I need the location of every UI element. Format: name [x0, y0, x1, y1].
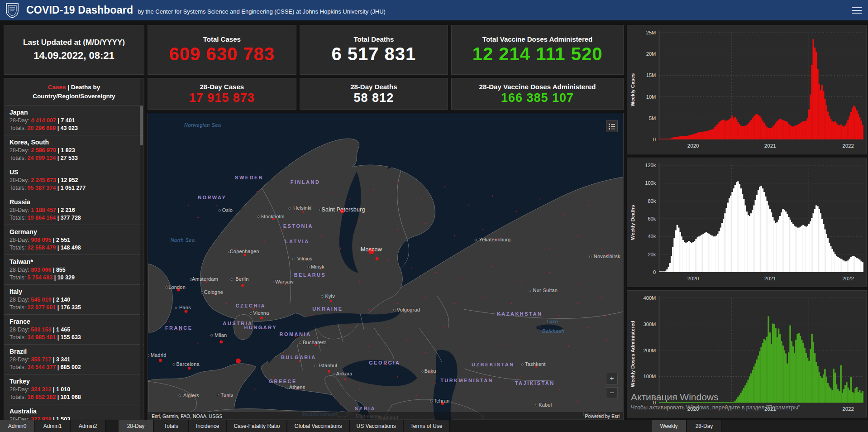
outbreak-dot[interactable]	[264, 241, 265, 242]
outbreak-dot[interactable]	[516, 211, 517, 211]
country-row[interactable]: Brazil28-Day: 355 717 | 3 341Totals: 34 …	[4, 344, 144, 374]
outbreak-dot[interactable]	[421, 198, 422, 199]
outbreak-dot[interactable]	[463, 395, 464, 396]
map-zoom-in-button[interactable]: +	[606, 373, 618, 384]
outbreak-dot[interactable]	[219, 341, 223, 344]
outbreak-dot[interactable]	[416, 395, 417, 396]
outbreak-dot[interactable]	[273, 376, 274, 377]
outbreak-dot[interactable]	[311, 315, 312, 316]
outbreak-dot[interactable]	[328, 370, 330, 373]
outbreak-dot[interactable]	[321, 235, 322, 236]
tab-admin0[interactable]: Admin0	[0, 420, 35, 432]
outbreak-dot[interactable]	[397, 182, 398, 182]
country-row[interactable]: US28-Day: 2 245 673 | 12 952Totals: 95 3…	[4, 165, 144, 195]
tab-28-day[interactable]: 28-Day	[119, 420, 154, 432]
outbreak-dot[interactable]	[425, 223, 426, 224]
outbreak-dot[interactable]	[226, 303, 227, 304]
outbreak-dot[interactable]	[257, 191, 258, 192]
outbreak-dot[interactable]	[188, 367, 191, 370]
outbreak-dot[interactable]	[311, 205, 312, 206]
outbreak-dot[interactable]	[169, 321, 170, 322]
outbreak-dot[interactable]	[549, 272, 550, 273]
outbreak-dot[interactable]	[482, 297, 483, 298]
outbreak-dot[interactable]	[344, 379, 346, 380]
tab-chart-weekly[interactable]: Weekly	[652, 420, 687, 432]
outbreak-dot[interactable]	[340, 404, 341, 405]
country-row[interactable]: Russia28-Day: 1 188 457 | 2 216Totals: 1…	[4, 195, 144, 225]
outbreak-dot[interactable]	[373, 189, 374, 190]
country-row[interactable]: France28-Day: 533 153 | 1 465Totals: 34 …	[4, 314, 144, 344]
tab-case-fatality-ratio[interactable]: Case-Fatality Ratio	[227, 420, 287, 432]
outbreak-dot[interactable]	[501, 389, 502, 389]
outbreak-dot[interactable]	[387, 327, 388, 328]
menu-icon[interactable]	[852, 5, 862, 15]
outbreak-dot[interactable]	[435, 383, 436, 384]
outbreak-dot[interactable]	[292, 189, 293, 190]
outbreak-dot[interactable]	[444, 186, 445, 187]
outbreak-dot[interactable]	[302, 211, 304, 213]
outbreak-dot[interactable]	[387, 260, 388, 261]
outbreak-dot[interactable]	[468, 205, 469, 206]
outbreak-dot[interactable]	[216, 205, 217, 206]
outbreak-dot[interactable]	[252, 308, 254, 310]
outbreak-dot[interactable]	[236, 358, 241, 363]
outbreak-dot[interactable]	[563, 214, 564, 215]
outbreak-dot[interactable]	[577, 284, 578, 285]
outbreak-dot[interactable]	[330, 300, 332, 302]
outbreak-dot[interactable]	[425, 297, 426, 298]
outbreak-dot[interactable]	[425, 352, 426, 353]
outbreak-dot[interactable]	[606, 340, 607, 341]
outbreak-dot[interactable]	[577, 303, 578, 304]
outbreak-dot[interactable]	[368, 346, 369, 346]
outbreak-dot[interactable]	[397, 303, 398, 304]
outbreak-dot[interactable]	[539, 198, 540, 199]
outbreak-dot[interactable]	[359, 389, 360, 389]
outbreak-dot[interactable]	[601, 297, 602, 298]
country-row[interactable]: Japan28-Day: 4 414 007 | 7 401Totals: 20…	[4, 105, 144, 135]
outbreak-dot[interactable]	[283, 352, 284, 353]
sidebar-scrollbar-thumb[interactable]	[140, 106, 143, 145]
outbreak-dot[interactable]	[577, 401, 578, 402]
outbreak-dot[interactable]	[454, 303, 455, 304]
tab-incidence[interactable]: Incidence	[189, 420, 227, 432]
outbreak-dot[interactable]	[406, 340, 407, 341]
outbreak-dot[interactable]	[340, 248, 341, 249]
outbreak-dot[interactable]	[558, 389, 559, 389]
outbreak-dot[interactable]	[376, 257, 379, 260]
map-zoom-out-button[interactable]: −	[606, 387, 618, 399]
world-map[interactable]: Norwegian SeaNorth SeaMediterraneanLakeB…	[148, 113, 624, 420]
country-row[interactable]: Korea, South28-Day: 2 596 970 | 1 823Tot…	[4, 135, 144, 165]
outbreak-dot[interactable]	[188, 205, 189, 206]
outbreak-dot[interactable]	[492, 196, 493, 197]
outbreak-dot[interactable]	[159, 359, 162, 362]
outbreak-dot[interactable]	[411, 268, 412, 269]
outbreak-dot[interactable]	[197, 343, 198, 344]
outbreak-dot[interactable]	[299, 360, 300, 362]
country-row[interactable]: Italy28-Day: 545 019 | 2 140Totals: 22 0…	[4, 284, 144, 314]
outbreak-dot[interactable]	[501, 346, 502, 346]
outbreak-dot[interactable]	[435, 272, 436, 273]
outbreak-dot[interactable]	[558, 315, 559, 316]
outbreak-dot[interactable]	[587, 327, 588, 328]
outbreak-dot[interactable]	[397, 376, 398, 377]
map-legend-button[interactable]	[606, 120, 618, 132]
outbreak-dot[interactable]	[254, 389, 255, 389]
map-canvas[interactable]: Norwegian SeaNorth SeaMediterraneanLakeB…	[148, 113, 623, 420]
tab-admin1[interactable]: Admin1	[35, 420, 71, 432]
tab-chart-28-day[interactable]: 28-Day	[687, 420, 722, 432]
sidebar-scrollbar[interactable]	[140, 79, 143, 419]
country-row[interactable]: Australia28-Day: 322 958 | 1 503	[4, 404, 144, 421]
outbreak-dot[interactable]	[482, 229, 483, 230]
outbreak-dot[interactable]	[368, 309, 369, 310]
tab-admin2[interactable]: Admin2	[71, 420, 106, 432]
outbreak-dot[interactable]	[520, 376, 521, 377]
outbreak-dot[interactable]	[539, 327, 540, 328]
outbreak-dot[interactable]	[330, 192, 331, 193]
country-row[interactable]: Taiwan*28-Day: 803 066 | 855Totals: 5 75…	[4, 254, 144, 284]
outbreak-dot[interactable]	[587, 205, 588, 206]
outbreak-dot[interactable]	[596, 383, 597, 384]
outbreak-dot[interactable]	[568, 346, 569, 346]
outbreak-dot[interactable]	[549, 248, 550, 249]
outbreak-dot[interactable]	[197, 217, 198, 218]
tab-us-vaccinations[interactable]: US Vaccinations	[350, 420, 404, 432]
